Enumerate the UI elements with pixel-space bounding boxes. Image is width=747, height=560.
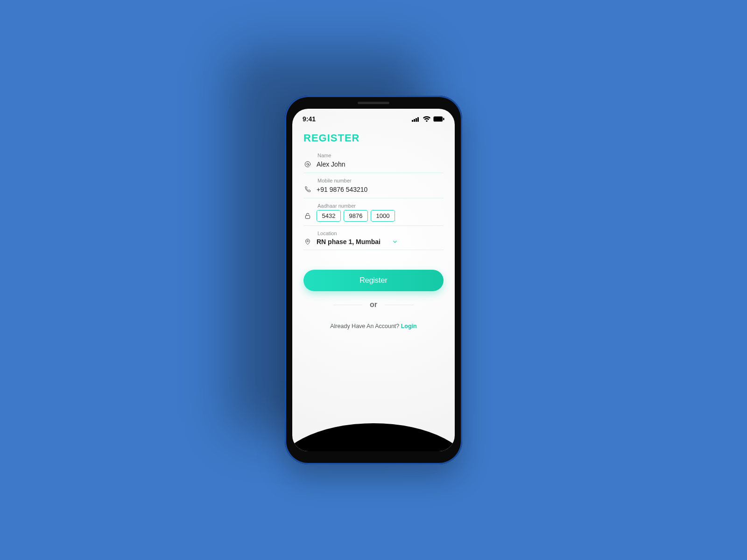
battery-icon <box>433 116 444 122</box>
svg-point-4 <box>307 240 308 242</box>
mobile-label: Mobile number <box>303 178 444 183</box>
or-divider: or <box>303 301 444 309</box>
already-have-text: Already Have An Account? <box>330 323 401 329</box>
aadhaar-input-1[interactable] <box>317 210 341 222</box>
name-field: Name <box>303 148 444 173</box>
divider-line <box>385 305 414 305</box>
location-value: RN phase 1, Mumbai <box>317 238 381 245</box>
cellular-signal-icon <box>412 116 420 122</box>
status-bar: 9:41 <box>292 109 455 123</box>
login-prompt: Already Have An Account? Login <box>303 323 444 329</box>
or-text: or <box>370 301 377 309</box>
wifi-icon <box>423 116 430 122</box>
status-indicators <box>412 116 444 122</box>
svg-rect-1 <box>443 118 444 120</box>
svg-point-2 <box>307 163 309 165</box>
at-sign-icon <box>303 160 312 168</box>
register-form: Name Mobile <box>292 148 455 250</box>
location-label: Location <box>303 231 444 236</box>
login-link[interactable]: Login <box>401 323 417 329</box>
aadhaar-input-2[interactable] <box>344 210 368 222</box>
mobile-field: Mobile number <box>303 173 444 198</box>
chevron-down-icon <box>392 238 398 245</box>
divider-line <box>333 305 362 305</box>
name-input[interactable] <box>317 160 444 169</box>
status-time: 9:41 <box>303 115 316 123</box>
phone-icon <box>303 185 312 194</box>
device-speaker <box>358 102 389 104</box>
register-button[interactable]: Register <box>303 270 444 291</box>
app-screen: 9:41 REGISTER <box>292 109 455 451</box>
svg-rect-0 <box>433 116 443 121</box>
svg-rect-3 <box>305 215 310 218</box>
location-pin-icon <box>303 238 312 246</box>
name-label: Name <box>303 153 444 158</box>
aadhaar-input-3[interactable] <box>371 210 395 222</box>
aadhaar-label: Aadhaar number <box>303 203 444 209</box>
mobile-input[interactable] <box>317 185 444 194</box>
aadhaar-field: Aadhaar number <box>303 198 444 226</box>
location-field: Location RN phase 1, Mumbai <box>303 226 444 250</box>
lock-icon <box>303 212 312 220</box>
page-title: REGISTER <box>292 123 455 148</box>
location-dropdown[interactable]: RN phase 1, Mumbai <box>303 238 444 246</box>
device-frame: 9:41 REGISTER <box>285 96 462 464</box>
